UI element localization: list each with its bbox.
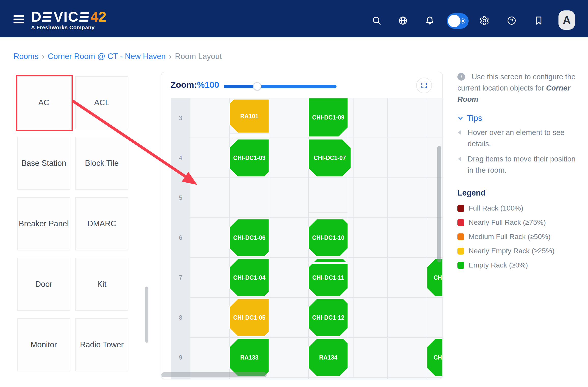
palette-item-ac[interactable]: AC <box>17 76 70 129</box>
legend-item: Nearly Full Rack (≥75%) <box>457 218 583 227</box>
legend-label: Nearly Full Rack (≥75%) <box>469 218 546 227</box>
palette-item-door[interactable]: Door <box>17 258 70 311</box>
breadcrumb-link-rooms[interactable]: Rooms <box>13 52 38 61</box>
hamburger-menu-icon[interactable] <box>13 15 25 24</box>
palette-item-base-station[interactable]: Base Station <box>17 137 70 190</box>
palette-item-monitor[interactable]: Monitor <box>17 318 70 371</box>
legend-item: Nearly Empty Rack (≥25%) <box>457 247 583 255</box>
rack-label: CHI-DC1-04 <box>233 274 265 281</box>
breadcrumb-current: Room Layout <box>175 52 222 61</box>
logo-part: D <box>31 10 42 23</box>
legend-label: Nearly Empty Rack (≥25%) <box>469 247 554 255</box>
rack-label: RA133 <box>240 354 259 361</box>
rack-label: CHI- <box>433 274 442 281</box>
canvas-vertical-scrollbar[interactable] <box>437 146 441 262</box>
breadcrumb-separator: › <box>169 52 172 61</box>
zoom-slider[interactable] <box>224 85 337 88</box>
sun-icon <box>459 17 467 25</box>
tip-text: Hover over an element to see details. <box>468 128 564 148</box>
rack-label: CHI-DC1-06 <box>233 234 265 241</box>
rack-label: CHI-DC1-10 <box>312 234 344 241</box>
logo-e-icon <box>42 11 53 23</box>
row-label: 7 <box>179 274 182 281</box>
tip-bullet-icon <box>458 157 461 161</box>
palette-scrollbar[interactable] <box>145 287 148 343</box>
rack-label: CHI-DC1-03 <box>233 155 265 161</box>
user-avatar[interactable]: A <box>558 10 575 30</box>
rack-label: CHI-DC1-11 <box>312 274 344 281</box>
fullscreen-button[interactable] <box>416 78 432 93</box>
row-label: 6 <box>179 234 182 241</box>
bookmark-icon[interactable] <box>534 16 544 26</box>
canvas-horizontal-scrollbar[interactable] <box>161 372 267 377</box>
hamburger-bar <box>13 22 24 23</box>
search-icon[interactable] <box>372 16 382 26</box>
zoom-slider-thumb[interactable] <box>253 82 261 91</box>
zoom-label: Zoom: <box>171 80 197 90</box>
toggle-knob <box>448 15 460 27</box>
fullscreen-icon <box>421 82 428 89</box>
settings-gear-icon[interactable] <box>479 16 489 26</box>
theme-toggle[interactable] <box>447 13 469 29</box>
row-label: 5 <box>179 195 182 201</box>
info-icon: i <box>457 73 465 81</box>
hamburger-bar <box>13 19 24 20</box>
rack-label: CHI-DC1-12 <box>312 314 344 321</box>
help-icon[interactable]: ? <box>507 16 517 26</box>
legend-list: Full Rack (100%) Nearly Full Rack (≥75%)… <box>457 204 583 269</box>
logo-part: 2 <box>99 10 106 23</box>
object-palette: AC ACL Base Station Block Tile Breaker P… <box>17 76 129 371</box>
legend-swatch-nearly-full <box>457 219 464 226</box>
legend-swatch-full <box>457 205 464 212</box>
legend-swatch-nearly-empty <box>457 248 464 255</box>
hamburger-bar <box>13 15 24 17</box>
breadcrumb: Rooms › Corner Room @ CT - New Haven › R… <box>13 52 222 61</box>
rack-label: RA101 <box>240 113 259 120</box>
rack-label: CHI-DC1-05 <box>233 314 265 321</box>
breadcrumb-link-room[interactable]: Corner Room @ CT - New Haven <box>48 52 166 61</box>
palette-item-breaker-panel[interactable]: Breaker Panel <box>17 197 70 250</box>
tip-bullet-icon <box>458 130 461 135</box>
notifications-bell-icon[interactable] <box>425 16 435 26</box>
tip-text: Drag items to move their position in the… <box>468 155 576 174</box>
legend-swatch-empty <box>457 262 464 269</box>
row-label: 4 <box>179 155 182 161</box>
legend-item: Medium Full Rack (≥50%) <box>457 233 583 241</box>
legend-swatch-medium <box>457 233 464 240</box>
legend-label: Full Rack (100%) <box>469 204 523 212</box>
tips-label: Tips <box>467 113 482 123</box>
row-label: 9 <box>179 354 182 361</box>
tip-item: Drag items to move their position in the… <box>457 153 583 176</box>
legend-label: Medium Full Rack (≥50%) <box>469 233 551 241</box>
room-grid-canvas[interactable]: 3456789RA101CHI-DC1-09CHI-DC1-03CHI-DC1-… <box>161 98 442 379</box>
palette-item-block-tile[interactable]: Block Tile <box>75 137 128 190</box>
row-label: 8 <box>179 314 182 321</box>
zoom-value: %100 <box>197 80 219 90</box>
rack-label: RA134 <box>319 354 338 361</box>
legend-title: Legend <box>457 188 583 198</box>
svg-text:?: ? <box>510 18 513 23</box>
globe-icon[interactable] <box>398 16 408 26</box>
tips-toggle[interactable]: Tips <box>457 113 583 123</box>
legend-item: Empty Rack (≥0%) <box>457 261 583 269</box>
row-label: 3 <box>179 115 182 121</box>
tip-item: Hover over an element to see details. <box>457 127 583 149</box>
rack-label: CHI-DC1-09 <box>312 114 344 121</box>
rack-gap-line <box>309 262 348 264</box>
empty-object-outline <box>230 134 269 138</box>
top-navbar: D VIC 4 2 A Freshworks Company <box>0 0 588 37</box>
room-canvas-panel: Zoom: %100 3456789RA101CHI-DC1-09CHI-DC1… <box>161 72 443 379</box>
palette-item-kit[interactable]: Kit <box>75 258 128 311</box>
help-panel: i Use this screen to configure the curre… <box>457 71 583 275</box>
logo-part: VIC <box>53 10 79 23</box>
zoom-slider-fill <box>224 85 257 88</box>
palette-item-radio-tower[interactable]: Radio Tower <box>75 318 128 371</box>
help-intro-text: i Use this screen to configure the curre… <box>457 71 583 105</box>
palette-item-acl[interactable]: ACL <box>75 76 128 129</box>
logo-subtitle: A Freshworks Company <box>31 24 95 31</box>
rack-label: CHI- <box>433 354 442 361</box>
breadcrumb-separator: › <box>42 52 44 61</box>
device42-logo[interactable]: D VIC 4 2 <box>31 10 106 23</box>
palette-item-dmarc[interactable]: DMARC <box>75 197 128 250</box>
legend-label: Empty Rack (≥0%) <box>469 261 528 269</box>
